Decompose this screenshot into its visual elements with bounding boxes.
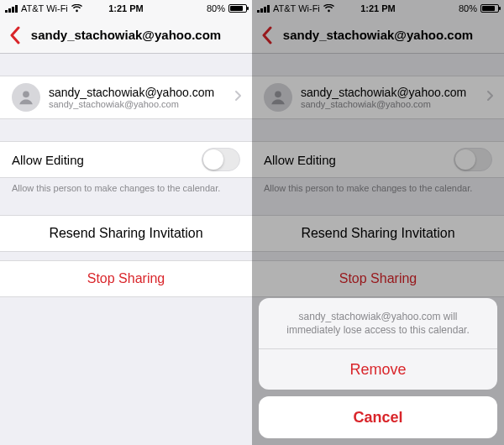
stop-sharing-label: Stop Sharing	[87, 271, 165, 286]
remove-label: Remove	[349, 361, 406, 379]
clock: 1:21 PM	[0, 3, 252, 13]
page-title: sandy_stachowiak@yahoo.com	[0, 28, 252, 42]
contact-name: sandy_stachowiak@yahoo.com	[49, 86, 226, 99]
remove-button[interactable]: Remove	[259, 349, 497, 390]
svg-point-0	[23, 91, 29, 97]
allow-editing-label: Allow Editing	[12, 153, 84, 167]
phone-screen-left: AT&T Wi-Fi 1:21 PM 80% sandy_stachowiak@…	[0, 0, 252, 445]
allow-editing-row[interactable]: Allow Editing	[0, 141, 252, 178]
action-sheet-message: sandy_stachowiak@yahoo.com will immediat…	[259, 298, 497, 348]
contact-row[interactable]: sandy_stachowiak@yahoo.com sandy_stachow…	[0, 76, 252, 119]
nav-bar: sandy_stachowiak@yahoo.com	[0, 17, 252, 54]
cancel-label: Cancel	[353, 409, 402, 427]
cancel-button[interactable]: Cancel	[259, 396, 497, 438]
allow-editing-hint: Allow this person to make changes to the…	[0, 178, 252, 193]
battery-icon	[228, 4, 247, 13]
contact-email: sandy_stachowiak@yahoo.com	[49, 99, 226, 109]
phone-screen-right: AT&T Wi-Fi 1:21 PM 80% sandy_stachowiak@…	[252, 0, 504, 445]
resend-invitation-button[interactable]: Resend Sharing Invitation	[0, 215, 252, 252]
chevron-right-icon	[234, 90, 242, 105]
stop-sharing-button[interactable]: Stop Sharing	[0, 260, 252, 297]
avatar-icon	[12, 83, 40, 112]
action-sheet: sandy_stachowiak@yahoo.com will immediat…	[259, 298, 497, 438]
status-bar: AT&T Wi-Fi 1:21 PM 80%	[0, 0, 252, 17]
allow-editing-toggle[interactable]	[202, 148, 240, 171]
resend-invitation-label: Resend Sharing Invitation	[49, 226, 202, 241]
